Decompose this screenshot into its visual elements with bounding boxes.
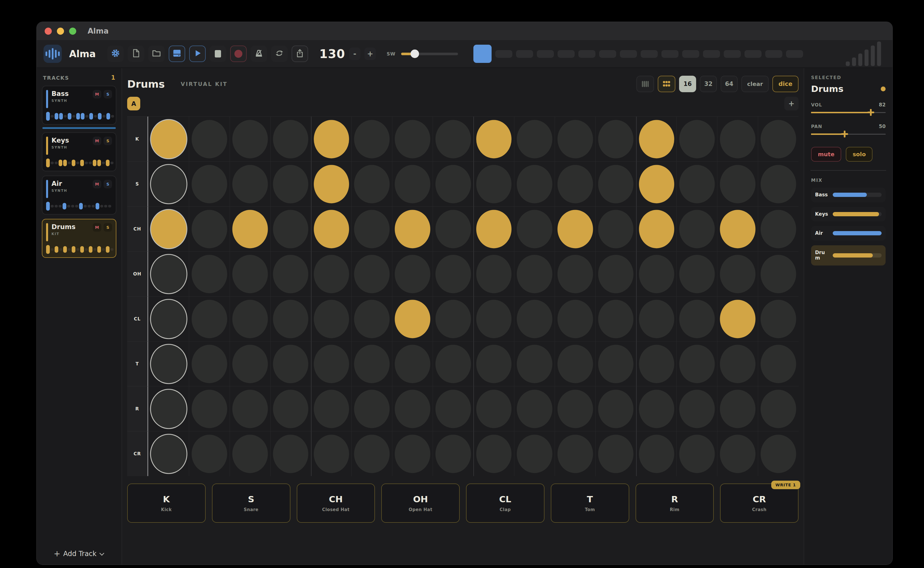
step-cell-s-6[interactable] [351, 162, 392, 206]
step-cell-r-16[interactable] [758, 386, 799, 431]
step-cell-s-2[interactable] [189, 162, 229, 206]
track-solo-button[interactable]: S [104, 90, 112, 98]
swing-slider-thumb[interactable] [410, 50, 419, 58]
pattern-block-6[interactable] [578, 50, 595, 58]
step-cell-k-15[interactable] [717, 116, 758, 162]
step-cell-ch-9[interactable] [473, 206, 514, 251]
step-cell-cl-9[interactable] [473, 296, 514, 341]
step-cell-cl-2[interactable] [189, 296, 229, 341]
step-cell-k-10[interactable] [514, 116, 555, 162]
step-cell-ch-5[interactable] [311, 206, 352, 251]
pattern-block-8[interactable] [620, 50, 637, 58]
step-cell-ch-12[interactable] [595, 206, 636, 251]
pattern-block-9[interactable] [641, 50, 658, 58]
step-cell-cr-7[interactable] [392, 431, 433, 476]
track-card-bass[interactable]: BassSYNTHMS [42, 86, 116, 125]
pad-open-hat[interactable]: OHOpen Hat [381, 483, 460, 523]
step-cell-t-10[interactable] [514, 341, 555, 386]
step-cell-oh-7[interactable] [392, 251, 433, 296]
step-cell-s-14[interactable] [677, 162, 717, 206]
step-cell-r-1[interactable] [148, 386, 189, 431]
volume-slider[interactable] [811, 109, 886, 116]
bpm-increase-button[interactable]: + [365, 48, 376, 60]
record-button[interactable] [230, 45, 247, 62]
step-cell-cl-10[interactable] [514, 296, 555, 341]
step-cell-cr-10[interactable] [514, 431, 555, 476]
step-cell-ch-6[interactable] [351, 206, 392, 251]
randomize-button[interactable]: dice [772, 76, 799, 92]
step-cell-k-4[interactable] [270, 116, 311, 162]
pattern-step-indicator[interactable] [473, 45, 803, 63]
step-cell-cr-4[interactable] [270, 431, 311, 476]
step-cell-r-15[interactable] [717, 386, 758, 431]
steps-32-button[interactable]: 32 [700, 76, 717, 92]
step-cell-t-2[interactable] [189, 341, 229, 386]
pattern-block-5[interactable] [558, 50, 575, 58]
step-cell-k-13[interactable] [636, 116, 677, 162]
step-cell-t-12[interactable] [595, 341, 636, 386]
step-cell-k-8[interactable] [433, 116, 473, 162]
step-cell-oh-15[interactable] [717, 251, 758, 296]
mute-button[interactable]: mute [811, 147, 841, 162]
step-cell-cl-11[interactable] [555, 296, 595, 341]
zoom-window-button[interactable] [69, 27, 76, 35]
bpm-display[interactable]: 130 [320, 47, 345, 61]
step-cell-ch-11[interactable] [555, 206, 595, 251]
step-cell-oh-10[interactable] [514, 251, 555, 296]
step-cell-ch-13[interactable] [636, 206, 677, 251]
track-card-keys[interactable]: KeysSYNTHMS [42, 132, 116, 171]
share-button[interactable] [292, 45, 308, 62]
step-cell-r-7[interactable] [392, 386, 433, 431]
step-cell-t-11[interactable] [555, 341, 595, 386]
step-cell-cl-15[interactable] [717, 296, 758, 341]
pad-crash[interactable]: CRCrashWRITE 1 [720, 483, 799, 523]
step-cell-ch-8[interactable] [433, 206, 473, 251]
pattern-block-3[interactable] [516, 50, 533, 58]
step-cell-r-11[interactable] [555, 386, 595, 431]
step-cell-s-1[interactable] [148, 162, 189, 206]
step-cell-s-7[interactable] [392, 162, 433, 206]
pad-closed-hat[interactable]: CHClosed Hat [297, 483, 375, 523]
step-cell-cr-8[interactable] [433, 431, 473, 476]
step-cell-k-6[interactable] [351, 116, 392, 162]
step-cell-cr-6[interactable] [351, 431, 392, 476]
step-cell-t-9[interactable] [473, 341, 514, 386]
steps-64-button[interactable]: 64 [721, 76, 738, 92]
step-cell-oh-6[interactable] [351, 251, 392, 296]
step-cell-ch-10[interactable] [514, 206, 555, 251]
step-cell-oh-16[interactable] [758, 251, 799, 296]
pattern-block-12[interactable] [703, 50, 720, 58]
settings-button[interactable] [107, 45, 124, 62]
app-logo-button[interactable] [44, 45, 62, 63]
step-cell-k-11[interactable] [555, 116, 595, 162]
pad-rim[interactable]: RRim [636, 483, 714, 523]
track-solo-button[interactable]: S [104, 180, 112, 188]
track-mute-button[interactable]: M [93, 223, 101, 232]
step-cell-ch-2[interactable] [189, 206, 229, 251]
step-cell-k-7[interactable] [392, 116, 433, 162]
clear-pattern-button[interactable]: clear [742, 76, 769, 92]
step-cell-t-5[interactable] [311, 341, 352, 386]
step-cell-k-1[interactable] [148, 116, 189, 162]
step-cell-r-12[interactable] [595, 386, 636, 431]
solo-button[interactable]: solo [846, 147, 873, 162]
metronome-button[interactable] [251, 45, 267, 62]
step-cell-oh-2[interactable] [189, 251, 229, 296]
step-cell-cr-3[interactable] [229, 431, 270, 476]
step-cell-r-6[interactable] [351, 386, 392, 431]
step-cell-r-13[interactable] [636, 386, 677, 431]
step-cell-s-9[interactable] [473, 162, 514, 206]
mix-row-bass[interactable]: Bass [811, 187, 886, 202]
step-cell-oh-11[interactable] [555, 251, 595, 296]
step-cell-cl-1[interactable] [148, 296, 189, 341]
mix-level-bar[interactable] [833, 212, 882, 216]
step-cell-r-5[interactable] [311, 386, 352, 431]
step-cell-t-15[interactable] [717, 341, 758, 386]
step-cell-r-4[interactable] [270, 386, 311, 431]
new-file-button[interactable] [128, 45, 144, 62]
piano-view-button[interactable] [636, 76, 654, 92]
step-cell-oh-3[interactable] [229, 251, 270, 296]
step-cell-s-13[interactable] [636, 162, 677, 206]
step-cell-t-13[interactable] [636, 341, 677, 386]
step-cell-oh-12[interactable] [595, 251, 636, 296]
